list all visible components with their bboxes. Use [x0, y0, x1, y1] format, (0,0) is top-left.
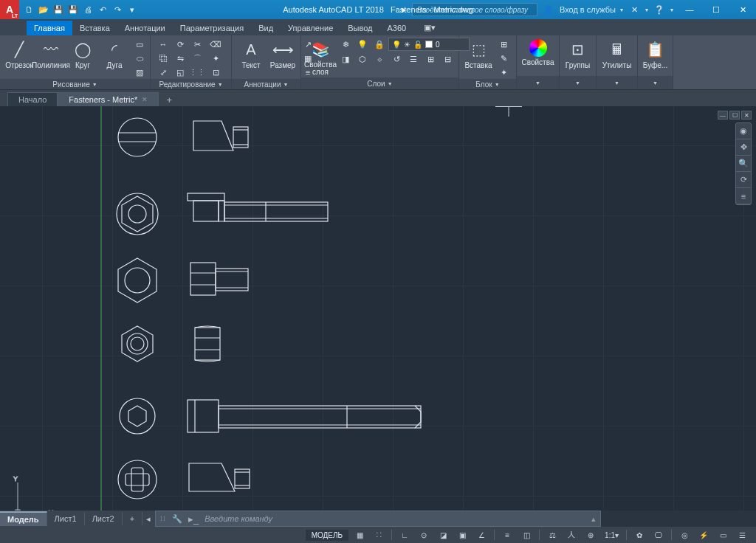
layer-off-icon[interactable]: ⬡ — [354, 52, 371, 66]
tab-view[interactable]: Вид — [251, 21, 281, 35]
scale-combo[interactable]: 1:1 ▾ — [602, 528, 622, 542]
scale-icon[interactable]: ◱ — [172, 66, 188, 79]
block-attr-icon[interactable]: ✦ — [495, 66, 512, 79]
panel-draw-label[interactable]: Рисование▼ — [0, 79, 150, 89]
otrack-icon[interactable]: ∠ — [473, 528, 489, 542]
offset-icon[interactable]: ⊡ — [207, 66, 224, 79]
nav-wheel-icon[interactable]: ◉ — [736, 123, 751, 139]
help-icon[interactable]: ❔ — [653, 3, 666, 16]
stretch-icon[interactable]: ⤢ — [155, 66, 171, 79]
layer-lock-icon[interactable]: 🔒 — [371, 38, 388, 51]
layer-merge-icon[interactable]: ⊞ — [422, 52, 439, 66]
layer-del-icon[interactable]: ⊟ — [439, 52, 456, 66]
drawing-canvas[interactable]: — ☐ ✕ ◉ ✥ 🔍 ⟳ ≡ Y X — [0, 106, 756, 511]
cmd-grip-icon[interactable]: ⁞⁞ — [160, 515, 166, 522]
cmd-expand-icon[interactable]: ▴ — [591, 514, 596, 524]
redo-icon[interactable]: ↷ — [111, 3, 124, 16]
annotate-vis-icon[interactable]: 人 — [563, 528, 580, 542]
panel-block-label[interactable]: Блок▼ — [459, 79, 516, 89]
move-icon[interactable]: ↔ — [155, 38, 171, 51]
panel-clip-label[interactable]: ▼ — [638, 76, 673, 89]
sign-in-label[interactable]: Вход в службы — [560, 5, 616, 14]
open-icon[interactable]: 📂 — [37, 3, 50, 16]
panel-groups-label[interactable]: ▼ — [560, 76, 596, 89]
layout-add[interactable]: + — [123, 512, 142, 525]
tab-output[interactable]: Вывод — [340, 21, 379, 35]
vp-close-button[interactable]: ✕ — [741, 111, 752, 120]
annotate-auto-icon[interactable]: ⊕ — [583, 528, 599, 542]
exchange-icon[interactable]: ✕ — [628, 3, 641, 16]
mirror-icon[interactable]: ⇋ — [172, 52, 188, 65]
ellipse-icon[interactable]: ⬭ — [131, 52, 148, 65]
arc-button[interactable]: ◜Дуга — [100, 38, 129, 71]
panel-annot-label[interactable]: Аннотации▼ — [232, 79, 300, 89]
copy-icon[interactable]: ⿻ — [155, 52, 171, 65]
create-block-icon[interactable]: ⊞ — [495, 38, 512, 51]
vp-minimize-button[interactable]: — — [718, 111, 728, 120]
isodraft-icon[interactable]: ◪ — [435, 528, 451, 542]
close-button[interactable]: ✕ — [729, 0, 756, 19]
saveas-icon[interactable]: 💾 — [66, 3, 80, 16]
trim-icon[interactable]: ✂ — [189, 38, 205, 51]
monitor-icon[interactable]: 🖵 — [650, 528, 667, 542]
fillet-icon[interactable]: ⌒ — [189, 52, 205, 65]
tab-parametric[interactable]: Параметризация — [173, 21, 251, 35]
layer-walk-icon[interactable]: ☰ — [405, 52, 422, 66]
vp-maximize-button[interactable]: ☐ — [729, 111, 740, 120]
panel-props-label[interactable]: ▼ — [517, 76, 559, 89]
erase-icon[interactable]: ⌫ — [207, 38, 224, 51]
layer-on-icon[interactable]: 💡 — [354, 38, 371, 51]
transparency-icon[interactable]: ◫ — [518, 528, 535, 542]
save-icon[interactable]: 💾 — [52, 3, 65, 16]
tab-expander[interactable]: ▣▾ — [416, 20, 443, 35]
layer-iso-icon[interactable]: ◨ — [337, 52, 354, 66]
layer-freeze-icon[interactable]: ❄ — [337, 38, 354, 51]
plot-icon[interactable]: 🖨 — [81, 3, 94, 16]
isolate-icon[interactable]: ◎ — [676, 528, 693, 542]
tab-home[interactable]: Главная — [27, 21, 72, 35]
nav-more-icon[interactable]: ≡ — [736, 188, 751, 204]
status-model-badge[interactable]: МОДЕЛЬ — [306, 530, 348, 541]
sign-in-dd[interactable]: ▾ — [620, 7, 623, 13]
qat-dropdown-icon[interactable]: ▾ — [126, 3, 139, 16]
panel-layers-label[interactable]: Слои▼ — [301, 77, 458, 89]
layout-model[interactable]: Модель — [0, 511, 47, 526]
undo-icon[interactable]: ↶ — [96, 3, 109, 16]
app-menu-button[interactable]: ALT — [0, 0, 19, 19]
command-line[interactable]: ⁞⁞ 🔧 ▸_ Введите команду ▴ — [155, 511, 601, 527]
ortho-icon[interactable]: ∟ — [396, 528, 413, 542]
utilities-button[interactable]: 🖩Утилиты — [601, 38, 633, 71]
polar-icon[interactable]: ⊙ — [416, 528, 432, 542]
tab-insert[interactable]: Вставка — [72, 21, 117, 35]
layer-props-button[interactable]: 📚Свойства слоя — [306, 38, 335, 77]
clipboard-button[interactable]: 📋Буфе... — [641, 38, 670, 71]
doctab-file[interactable]: Fasteners - Metric*✕ — [58, 92, 159, 106]
workspace-icon[interactable]: ✿ — [631, 528, 647, 542]
layer-match-icon[interactable]: ⟐ — [371, 52, 388, 66]
lineweight-icon[interactable]: ≡ — [499, 528, 515, 542]
polyline-button[interactable]: 〰Полилиния — [36, 38, 66, 71]
nav-zoom-icon[interactable]: 🔍 — [736, 156, 751, 172]
layout-sheet2[interactable]: Лист2 — [85, 512, 123, 525]
maximize-button[interactable]: ☐ — [703, 0, 729, 19]
doctab-home[interactable]: Начало — [7, 92, 58, 106]
text-button[interactable]: AТекст — [236, 38, 266, 71]
line-button[interactable]: ╱Отрезок — [4, 38, 34, 71]
osnap-icon[interactable]: ▣ — [454, 528, 470, 542]
tab-a360[interactable]: A360 — [380, 21, 414, 35]
close-tab-icon[interactable]: ✕ — [142, 96, 148, 103]
hatch-icon[interactable]: ▨ — [131, 66, 148, 79]
minimize-button[interactable]: — — [676, 0, 703, 19]
hardware-icon[interactable]: ⚡ — [695, 528, 712, 542]
sign-in-icon[interactable]: 👤 — [542, 3, 555, 16]
explode-icon[interactable]: ✦ — [207, 52, 224, 65]
groups-button[interactable]: ⊡Группы — [563, 38, 593, 71]
layout-sheet1[interactable]: Лист1 — [47, 512, 85, 525]
circle-button[interactable]: ◯Круг — [68, 38, 97, 71]
layer-combo[interactable]: 💡☀🔓0 — [388, 38, 470, 51]
new-icon[interactable]: 🗋 — [22, 3, 35, 16]
rect-icon[interactable]: ▭ — [131, 38, 148, 51]
snap-toggle-icon[interactable]: ⸬ — [371, 528, 387, 542]
tab-manage[interactable]: Управление — [281, 21, 340, 35]
insert-block-button[interactable]: ⬚Вставка — [464, 38, 493, 71]
